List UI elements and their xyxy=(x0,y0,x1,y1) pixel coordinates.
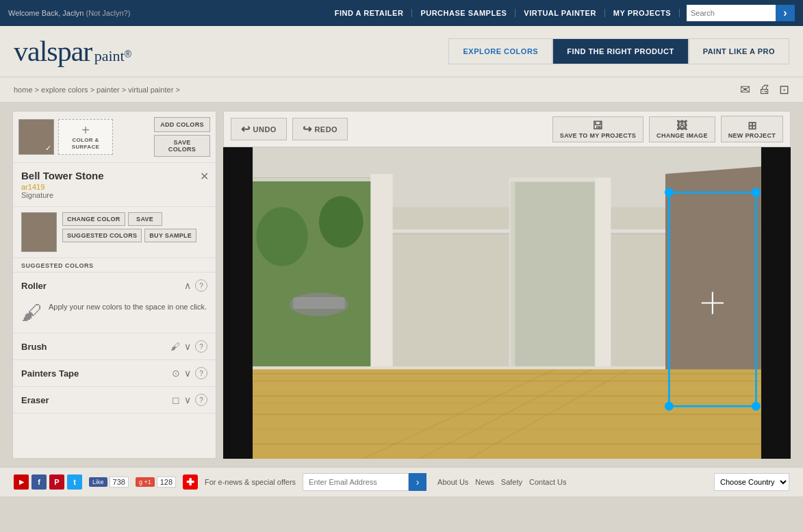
svg-rect-7 xyxy=(253,177,389,181)
youtube-icon[interactable]: ▶ xyxy=(14,474,29,490)
nav-virtual-painter[interactable]: VIRTUAL PAINTER xyxy=(515,9,605,17)
gplus-count: 128 xyxy=(157,477,176,487)
footer-contact[interactable]: Contact Us xyxy=(529,478,566,486)
tab-find-right-product[interactable]: FIND THE RIGHT PRODUCT xyxy=(552,38,688,64)
nav-purchase-samples[interactable]: PURCHASE SAMPLES xyxy=(412,9,515,17)
pinterest-icon[interactable]: P xyxy=(49,474,64,490)
change-image-button[interactable]: 🖼 CHANGE IMAGE xyxy=(649,116,715,142)
svg-rect-29 xyxy=(253,443,761,444)
change-image-icon: 🖼 xyxy=(676,120,687,132)
svg-point-41 xyxy=(665,402,674,411)
breadcrumb-virtual[interactable]: virtual painter xyxy=(128,86,173,94)
bookmark-icon[interactable]: ⊡ xyxy=(779,82,789,97)
new-project-icon: ⊞ xyxy=(748,119,756,132)
breadcrumb-icons: ✉ 🖨 ⊡ xyxy=(740,82,789,97)
breadcrumb-painter[interactable]: painter xyxy=(97,86,120,94)
canvas-image: © 2012 MRIS xyxy=(223,147,791,459)
tape-icon: ⊙ xyxy=(172,368,180,379)
gplus-button[interactable]: g +1 xyxy=(136,477,155,487)
footer-about[interactable]: About Us xyxy=(437,478,468,486)
eraser-header[interactable]: Eraser ◻ ∨ ? xyxy=(13,387,216,413)
like-button[interactable]: Like xyxy=(89,477,107,487)
painters-tape-title: Painters Tape xyxy=(21,368,172,379)
breadcrumb-home[interactable]: home xyxy=(14,86,33,94)
email-form: › xyxy=(303,473,426,491)
add-colors-button[interactable]: ADD COLORS xyxy=(154,117,210,132)
swatch-checkmark: ✓ xyxy=(45,144,51,153)
eraser-toggle-icon: ∨ xyxy=(184,394,191,405)
search-wrapper: › xyxy=(687,5,795,21)
facebook-icon[interactable]: f xyxy=(31,474,47,490)
roller-help-icon[interactable]: ? xyxy=(195,279,207,292)
logo: valspar paint® xyxy=(14,35,448,68)
redo-icon: ↪ xyxy=(303,123,312,136)
logo-text: valspar xyxy=(14,36,92,67)
suggested-colors-section: SUGGESTED COLORS xyxy=(13,258,216,273)
room-scene-svg: © 2012 MRIS xyxy=(223,147,791,459)
brush-icon: 🖌 xyxy=(170,341,180,352)
brush-tool: Brush 🖌 ∨ ? xyxy=(13,333,216,360)
svg-rect-24 xyxy=(253,388,761,389)
svg-rect-17 xyxy=(595,177,611,377)
breadcrumb: home > explore colors > painter > virtua… xyxy=(14,86,180,94)
search-button[interactable]: › xyxy=(776,5,795,21)
email-submit-button[interactable]: › xyxy=(409,473,426,491)
brush-header[interactable]: Brush 🖌 ∨ ? xyxy=(13,333,216,359)
save-to-projects-button[interactable]: 🖫 SAVE TO MY PROJECTS xyxy=(552,116,643,142)
plus-icon: + xyxy=(81,123,90,137)
facebook-like: Like 738 xyxy=(89,477,129,487)
color-controls: ✓ + COLOR &SURFACE ADD COLORS SAVE COLOR… xyxy=(13,112,216,163)
svg-rect-35 xyxy=(293,297,344,309)
breadcrumb-explore[interactable]: explore colors xyxy=(41,86,88,94)
footer-links: About Us News Safety Contact Us xyxy=(437,478,566,486)
print-icon[interactable]: 🖨 xyxy=(759,82,771,97)
close-button[interactable]: ✕ xyxy=(200,170,209,183)
svg-rect-1 xyxy=(761,147,791,459)
redo-button[interactable]: ↪ REDO xyxy=(292,118,348,140)
painters-tape-header[interactable]: Painters Tape ⊙ ∨ ? xyxy=(13,360,216,386)
new-project-button[interactable]: ⊞ NEW PROJECT xyxy=(721,116,783,142)
country-select[interactable]: Choose Country xyxy=(714,473,789,491)
footer-safety[interactable]: Safety xyxy=(501,478,522,486)
eraser-icon: ◻ xyxy=(172,394,180,405)
twitter-icon[interactable]: t xyxy=(67,474,82,490)
roller-title: Roller xyxy=(21,281,184,291)
eraser-title: Eraser xyxy=(21,395,172,405)
suggested-colors-button[interactable]: SUGGESTED COLORS xyxy=(62,229,142,242)
cross-button[interactable]: ✚ xyxy=(183,474,198,490)
header-tabs: EXPLORE COLORS FIND THE RIGHT PRODUCT PA… xyxy=(448,38,789,64)
color-code: ar1419 xyxy=(21,183,207,191)
search-input[interactable] xyxy=(687,5,776,21)
svg-rect-26 xyxy=(253,403,761,404)
svg-point-42 xyxy=(752,402,761,411)
save-projects-icon: 🖫 xyxy=(592,120,603,132)
color-actions: CHANGE COLOR SAVE SUGGESTED COLORS BUY S… xyxy=(13,207,216,258)
welcome-text: Welcome Back, Jaclyn (Not Jaclyn?) xyxy=(8,9,130,17)
save-button[interactable]: SAVE xyxy=(128,212,162,226)
email-input[interactable] xyxy=(303,473,409,491)
header: valspar paint® EXPLORE COLORS FIND THE R… xyxy=(0,26,803,77)
nav-find-retailer[interactable]: FIND A RETAILER xyxy=(327,9,413,17)
buy-sample-button[interactable]: BUY SAMPLE xyxy=(144,229,196,242)
canvas-toolbar: ↩ UNDO ↪ REDO 🖫 SAVE TO MY PROJECTS 🖼 CH… xyxy=(223,111,791,147)
color-swatch-small xyxy=(21,212,57,252)
social-icons: ▶ f P t xyxy=(14,474,82,490)
painters-tape-toggle-icon: ∨ xyxy=(184,368,191,379)
painters-tape-help-icon[interactable]: ? xyxy=(195,367,207,379)
roller-header[interactable]: Roller ∧ ? xyxy=(13,273,216,299)
brush-help-icon[interactable]: ? xyxy=(195,340,207,353)
main-content: ✓ + COLOR &SURFACE ADD COLORS SAVE COLOR… xyxy=(0,103,803,467)
footer-news[interactable]: News xyxy=(475,478,494,486)
tab-explore-colors[interactable]: EXPLORE COLORS xyxy=(448,38,552,64)
tab-paint-like-pro[interactable]: PAINT LIKE A PRO xyxy=(689,38,789,64)
eraser-help-icon[interactable]: ? xyxy=(195,394,207,406)
email-icon[interactable]: ✉ xyxy=(740,82,750,97)
not-jaclyn-link[interactable]: (Not Jaclyn?) xyxy=(86,9,131,17)
save-colors-button[interactable]: SAVE COLORS xyxy=(154,135,210,157)
action-row-1: CHANGE COLOR SAVE xyxy=(62,212,196,226)
nav-my-projects[interactable]: MY PROJECTS xyxy=(605,9,680,17)
undo-button[interactable]: ↩ UNDO xyxy=(231,118,287,140)
color-name: Bell Tower Stone xyxy=(21,170,207,181)
color-surface-button[interactable]: + COLOR &SURFACE xyxy=(58,119,113,155)
change-color-button[interactable]: CHANGE COLOR xyxy=(62,212,125,226)
